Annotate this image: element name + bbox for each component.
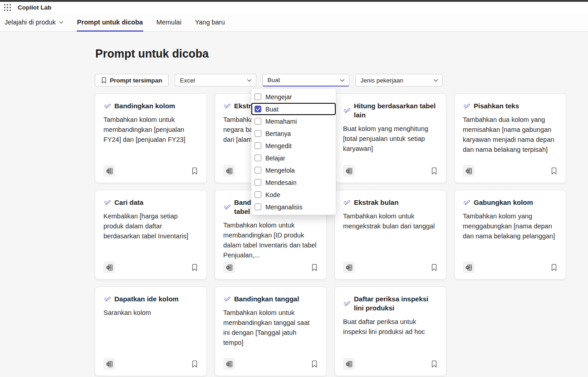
checkbox-checked-icon xyxy=(255,106,261,112)
card-description: Tambahkan kolom untuk membandingkan [pen… xyxy=(103,115,197,145)
checkbox-unchecked-icon xyxy=(255,118,261,125)
dropdown-option-menganalisis[interactable]: Menganalisis xyxy=(251,201,336,213)
checkbox-unchecked-icon xyxy=(255,179,261,186)
dropdown-option-belajar[interactable]: Belajar xyxy=(251,152,336,164)
chevron-down-icon xyxy=(433,79,438,82)
bookmark-icon[interactable] xyxy=(431,264,437,271)
nav-bar: Jelajahi di produk Prompt untuk dicoba M… xyxy=(0,13,588,32)
prompt-pen-icon xyxy=(343,300,351,308)
nav-item-prompt-untuk-dicoba[interactable]: Prompt untuk dicoba xyxy=(70,13,150,31)
dropdown-option-mengejar[interactable]: Mengejar xyxy=(251,91,336,103)
filter-jobtype-select[interactable]: Jenis pekerjaan xyxy=(355,74,443,87)
dropdown-option-mengelola[interactable]: Mengelola xyxy=(251,164,336,176)
chevron-down-icon xyxy=(340,78,345,82)
prompt-card-cari-data[interactable]: Cari data Kembalikan [harga setiap produ… xyxy=(95,190,207,280)
excel-icon xyxy=(223,261,235,273)
card-description: Tambahkan kolom yang menggabungkan [nama… xyxy=(463,211,557,241)
card-description: Tambahkan dua kolom yang memisahkan [nam… xyxy=(463,115,557,155)
prompt-card-bandingkan-kolom[interactable]: Bandingkan kolom Tambahkan kolom untuk m… xyxy=(95,93,207,183)
filter-category-select[interactable]: Buat xyxy=(262,74,349,87)
card-title: Ekstrak bulan xyxy=(354,198,398,207)
prompt-pen-icon xyxy=(463,102,470,110)
checkbox-unchecked-icon xyxy=(255,191,261,198)
checkbox-unchecked-icon xyxy=(255,93,261,100)
app-header: Copilot Lab xyxy=(0,2,588,13)
excel-icon xyxy=(223,165,235,177)
excel-icon xyxy=(103,165,115,177)
card-description: Buat kolom yang menghitung [total penjua… xyxy=(343,124,437,154)
card-title: Bandingkan tanggal xyxy=(234,295,299,304)
prompt-pen-icon xyxy=(103,199,111,207)
card-description: Tambahkan kolom untuk mengekstrak bulan … xyxy=(343,211,437,231)
checkbox-unchecked-icon xyxy=(255,203,261,210)
card-title: Pisahkan teks xyxy=(474,102,519,111)
nav-item-yang-baru[interactable]: Yang baru xyxy=(188,13,232,31)
nav-item-jelajahi-di-produk[interactable]: Jelajahi di produk xyxy=(0,13,70,31)
app-launcher-waffle-icon[interactable] xyxy=(4,4,11,11)
card-title: Dapatkan ide kolom xyxy=(114,295,179,304)
card-description: Sarankan kolom xyxy=(103,308,197,318)
prompt-pen-icon xyxy=(223,102,231,110)
bookmark-icon[interactable] xyxy=(311,360,318,368)
excel-icon xyxy=(223,358,235,370)
bookmark-icon[interactable] xyxy=(191,264,198,271)
checkbox-unchecked-icon xyxy=(255,167,261,174)
prompt-pen-icon xyxy=(343,107,351,115)
card-title: Cari data xyxy=(114,198,143,207)
prompt-pen-icon xyxy=(223,295,231,303)
excel-icon xyxy=(103,261,115,273)
prompt-pen-icon xyxy=(103,102,111,110)
card-title: Hitung berdasarkan tabel lain xyxy=(354,102,437,120)
checkbox-unchecked-icon xyxy=(255,142,261,149)
dropdown-option-memahami[interactable]: Memahami xyxy=(251,115,336,127)
excel-icon xyxy=(463,261,475,273)
nav-item-memulai[interactable]: Memulai xyxy=(150,13,188,31)
excel-icon xyxy=(103,358,115,370)
prompt-card-pisahkan-teks[interactable]: Pisahkan teks Tambahkan dua kolom yang m… xyxy=(454,93,566,183)
filter-row: Prompt tersimpan Excel Buat Jenis pekerj… xyxy=(95,74,443,87)
prompt-pen-icon xyxy=(103,295,111,303)
card-title: Gabungkan kolom xyxy=(474,198,533,207)
app-title: Copilot Lab xyxy=(18,4,51,11)
card-description: Tambahkan kolom untuk membandingkan [ID … xyxy=(223,220,317,260)
excel-icon xyxy=(343,358,355,370)
card-title: Daftar periksa inspeksi lini produksi xyxy=(354,295,437,313)
bookmark-icon[interactable] xyxy=(191,167,198,175)
chevron-down-icon xyxy=(59,21,64,24)
prompt-card-ekstrak-bulan[interactable]: Ekstrak bulan Tambahkan kolom untuk meng… xyxy=(334,190,446,280)
bookmark-icon[interactable] xyxy=(551,167,557,175)
excel-icon xyxy=(343,261,355,273)
checkbox-unchecked-icon xyxy=(255,130,261,137)
bookmark-icon[interactable] xyxy=(311,264,318,271)
prompt-pen-icon xyxy=(223,203,231,211)
checkbox-unchecked-icon xyxy=(255,155,261,161)
bookmark-icon[interactable] xyxy=(431,360,437,368)
category-dropdown-menu: Mengejar Buat Memahami Bertanya Mengedit… xyxy=(251,89,336,215)
card-title: Bandingkan kolom xyxy=(114,102,175,111)
bookmark-icon[interactable] xyxy=(551,264,557,271)
prompt-card-dapatkan-ide-kolom[interactable]: Dapatkan ide kolom Sarankan kolom xyxy=(95,286,207,376)
prompt-card-hitung-berdasarkan-tabel-lain[interactable]: Hitung berdasarkan tabel lain Buat kolom… xyxy=(334,93,446,183)
saved-prompts-button[interactable]: Prompt tersimpan xyxy=(95,74,169,87)
prompt-pen-icon xyxy=(343,199,351,207)
bookmark-icon xyxy=(101,77,107,84)
bookmark-icon[interactable] xyxy=(431,167,437,175)
dropdown-option-buat[interactable]: Buat xyxy=(251,103,336,115)
dropdown-option-kode[interactable]: Kode xyxy=(251,188,336,201)
filter-app-select[interactable]: Excel xyxy=(175,74,256,87)
dropdown-option-bertanya[interactable]: Bertanya xyxy=(251,127,336,140)
bookmark-icon[interactable] xyxy=(191,360,198,368)
card-description: Kembalikan [harga setiap produk dalam da… xyxy=(103,211,197,241)
prompt-pen-icon xyxy=(463,199,470,207)
page-title: Prompt untuk dicoba xyxy=(95,47,209,60)
card-description: Buat daftar periksa untuk inspeksi lini … xyxy=(343,317,437,337)
excel-icon xyxy=(343,165,355,177)
dropdown-option-mendesain[interactable]: Mendesain xyxy=(251,176,336,188)
prompt-card-gabungkan-kolom[interactable]: Gabungkan kolom Tambahkan kolom yang men… xyxy=(454,190,566,280)
prompt-card-daftar-periksa-inspeksi[interactable]: Daftar periksa inspeksi lini produksi Bu… xyxy=(334,286,446,376)
card-description: Tambahkan kolom untuk membandingkan tang… xyxy=(223,308,317,348)
prompt-card-bandingkan-tanggal[interactable]: Bandingkan tanggal Tambahkan kolom untuk… xyxy=(215,286,327,376)
excel-icon xyxy=(463,165,475,177)
chevron-down-icon xyxy=(247,79,252,82)
dropdown-option-mengedit[interactable]: Mengedit xyxy=(251,140,336,152)
